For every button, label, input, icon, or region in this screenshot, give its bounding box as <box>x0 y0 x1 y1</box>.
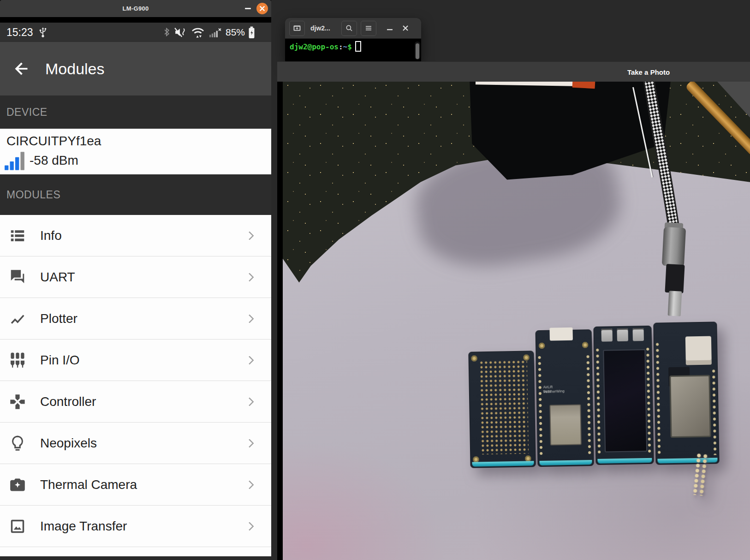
chevron-right-icon <box>245 480 254 489</box>
prompt-colon: : <box>339 42 343 51</box>
white-connector <box>549 328 572 341</box>
chevron-right-icon <box>245 273 254 282</box>
wifi-icon <box>190 26 205 39</box>
module-list: Info UART Plotter <box>0 215 271 556</box>
chevron-right-icon <box>245 356 254 365</box>
mute-vibrate-icon <box>173 26 187 38</box>
chevron-right-icon <box>245 522 254 531</box>
terminal-scrollbar[interactable] <box>415 42 420 60</box>
line-chart-icon <box>9 310 26 328</box>
prompt-path: ~ <box>343 42 348 51</box>
module-label: Image Transfer <box>40 519 127 534</box>
device-name: CIRCUITPYf1ea <box>6 134 101 149</box>
terminal-window: djw2... djw2@pop-os:~$ <box>285 18 421 61</box>
bluetooth-icon <box>163 26 170 38</box>
scrollbar-thumb[interactable] <box>416 43 419 59</box>
usb-plug-tip <box>668 291 682 316</box>
new-window-icon <box>292 24 302 33</box>
section-device-label: DEVICE <box>6 106 48 119</box>
prompt-user-host: djw2@pop-os <box>290 42 339 51</box>
image-icon <box>9 518 26 535</box>
terminal-tab-title: djw2... <box>310 24 330 32</box>
terminal-close-button[interactable] <box>400 23 411 33</box>
io-pins-icon <box>9 351 26 369</box>
back-arrow-icon[interactable] <box>11 59 31 79</box>
terminal-cursor <box>355 41 361 52</box>
board-button <box>632 328 643 341</box>
chevron-right-icon <box>245 231 254 240</box>
braided-usb-cable <box>283 82 750 560</box>
module-label: Controller <box>40 394 96 409</box>
module-row-image-transfer[interactable]: Image Transfer <box>0 506 271 547</box>
cell-signal-icon <box>208 26 222 38</box>
phone-window-title: LM-G900 <box>122 5 149 12</box>
search-icon <box>345 24 353 32</box>
chevron-right-icon <box>245 397 254 406</box>
desktop: LM-G900 15:23 <box>0 0 750 560</box>
android-status-bar: 15:23 <box>0 23 271 42</box>
module-row-plotter[interactable]: Plotter <box>0 298 271 340</box>
lightbulb-icon <box>9 435 26 452</box>
metal-shield-module <box>669 375 711 438</box>
terminal-minimize-button[interactable] <box>385 23 395 33</box>
section-modules: MODULES <box>0 174 271 215</box>
module-label: UART <box>40 270 75 285</box>
search-button[interactable] <box>341 21 357 36</box>
menu-button[interactable] <box>361 21 376 36</box>
signal-strength-icon <box>5 152 26 170</box>
camera-window: Take a Photo <box>277 61 750 560</box>
hamburger-menu-icon <box>364 24 373 32</box>
module-label: Pin I/O <box>40 353 80 368</box>
camera-preview-photo: AirLift WiFi FeatherWing <box>283 82 750 560</box>
status-time: 15:23 <box>6 26 33 39</box>
phone-window-titlebar[interactable]: LM-G900 <box>0 0 271 17</box>
terminal-body[interactable]: djw2@pop-os:~$ <box>285 39 421 61</box>
minimize-icon[interactable] <box>245 8 251 9</box>
module-row-neopixels[interactable]: Neopixels <box>0 423 271 464</box>
board-button <box>601 328 613 341</box>
take-photo-button[interactable]: Take a Photo <box>627 68 670 76</box>
battery-percent: 85% <box>226 27 245 38</box>
chat-bubbles-icon <box>9 268 26 286</box>
section-modules-label: MODULES <box>6 189 60 201</box>
prompt-symbol: $ <box>347 42 352 51</box>
chevron-right-icon <box>245 314 254 323</box>
page-title: Modules <box>45 60 105 78</box>
list-icon <box>9 227 26 244</box>
phone-mirror-window: LM-G900 15:23 <box>0 0 271 556</box>
camera-header-bar: Take a Photo <box>277 61 750 82</box>
module-row-info[interactable]: Info <box>0 215 271 256</box>
close-icon[interactable] <box>256 3 268 14</box>
module-label: Info <box>40 228 62 243</box>
module-label: Neopixels <box>40 436 97 451</box>
usb-icon <box>37 26 49 38</box>
new-tab-button[interactable] <box>289 21 305 36</box>
module-label: Thermal Camera <box>40 477 137 492</box>
device-row[interactable]: CIRCUITPYf1ea -58 dBm <box>0 129 271 174</box>
camera-icon <box>9 476 26 494</box>
module-label: Plotter <box>40 311 77 326</box>
esp32-feather-board <box>653 322 719 465</box>
battery-icon <box>248 26 255 39</box>
module-row-controller[interactable]: Controller <box>0 381 271 423</box>
module-row-uart[interactable]: UART <box>0 256 271 298</box>
app-header: Modules <box>0 42 271 95</box>
oled-feather-board <box>593 326 654 465</box>
usb-plug-body <box>665 264 685 293</box>
board-button <box>617 328 628 341</box>
protoboard-holes <box>479 360 529 455</box>
airlift-featherwing-board: AirLift WiFi FeatherWing <box>536 329 594 467</box>
circuit-board-assembly: AirLift WiFi FeatherWing <box>467 321 720 469</box>
phone-screen: 15:23 <box>0 17 271 556</box>
metal-connector-barrel <box>662 227 686 267</box>
wifi-module <box>549 404 582 445</box>
dpad-icon <box>9 393 26 411</box>
jst-connector <box>685 336 712 365</box>
module-row-thermal-camera[interactable]: Thermal Camera <box>0 464 271 506</box>
protoboard <box>468 351 536 468</box>
terminal-header[interactable]: djw2... <box>285 18 421 39</box>
device-rssi: -58 dBm <box>30 153 78 168</box>
module-row-pin-io[interactable]: Pin I/O <box>0 340 271 381</box>
chevron-right-icon <box>245 439 254 448</box>
oled-screen <box>603 349 647 453</box>
